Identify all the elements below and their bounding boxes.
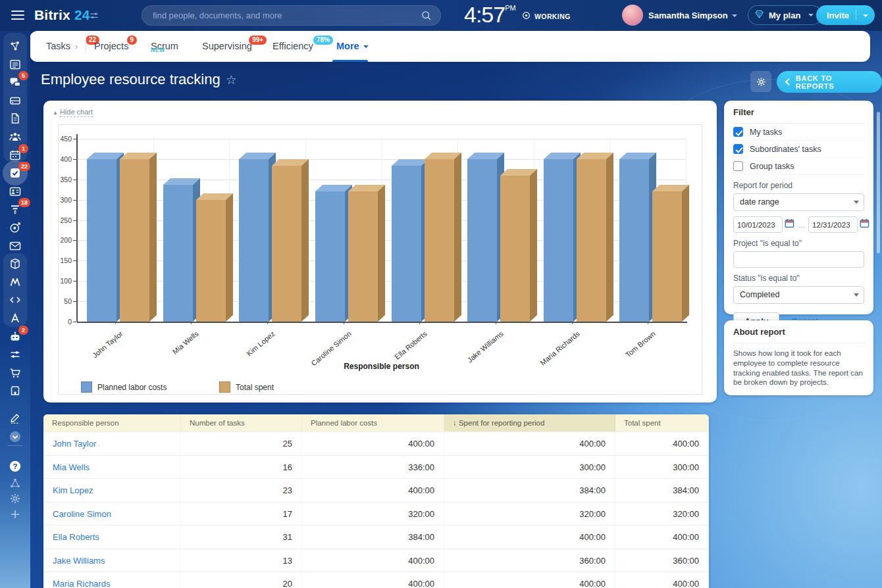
sidebar-item-feed[interactable] [9,58,22,71]
count-badge: 99+ [249,36,267,45]
favorite-star-icon[interactable]: ☆ [226,73,237,87]
sidebar-item-share[interactable] [9,477,22,490]
sidebar-item-automation-a[interactable] [9,312,22,325]
drive-icon [9,94,22,107]
checkbox-group-tasks[interactable]: Group tasks [733,158,864,175]
sidebar-item-cart[interactable] [9,366,22,380]
y-tick-label: 100 [49,277,72,285]
date-from-input[interactable] [733,216,783,233]
value-cell: 400:00 [302,572,444,588]
y-tick-label: 400 [49,155,72,163]
status-select[interactable]: Completed [733,286,864,304]
sidebar-item-marketing-target[interactable] [9,221,22,234]
search-icon[interactable] [421,10,432,24]
tab-projects[interactable]: Projects9 [94,31,128,62]
person-link[interactable]: John Taylor [53,439,96,449]
tab-scrum[interactable]: ScrumNEW [151,31,178,62]
sidebar-item-knowledge-base[interactable] [9,257,22,270]
network-icon [9,39,22,53]
new-tag: NEW [151,35,165,66]
global-search [142,5,441,26]
sidebar-item-calendar[interactable]: 1 [9,149,22,162]
sidebar-item-network[interactable] [9,39,22,53]
work-status[interactable]: WORKING [522,11,571,21]
project-input[interactable] [733,251,864,268]
person-link[interactable]: Caroline Simon [53,509,111,519]
my-plan-button[interactable]: My plan [748,5,822,25]
checkbox-my-tasks[interactable]: My tasks [733,124,864,141]
filter-title: Filter [733,107,864,117]
sidebar-item-tasks[interactable]: 22 [9,166,22,180]
report-settings-button[interactable] [750,71,771,92]
count-badge: 1 [18,144,28,153]
tab-tasks[interactable]: Tasks›22 [46,31,78,62]
planned-bar-caroline-simon [315,191,345,322]
adjust-sliders-icon[interactable] [89,11,99,24]
x-category-label: Tom Brown [600,330,657,380]
sidebar-item-workflows[interactable] [9,348,22,361]
y-tick-label: 0 [49,318,72,326]
user-menu[interactable]: Samantha Simpson [648,11,737,20]
sidebar-item-help[interactable]: ? [9,460,22,473]
spent-bar-tom-brown [652,191,682,322]
value-cell: 17 [181,502,302,526]
checkbox-icon[interactable] [733,144,743,154]
person-link[interactable]: Maria Richards [53,579,110,588]
calendar-picker-icon[interactable] [860,218,869,231]
column-header-spent-for-reporting-period[interactable]: ↓ Spent for reporting period [444,414,615,431]
vertical-scrollbar[interactable] [877,112,880,253]
sidebar-item-collapse[interactable] [9,430,22,443]
date-to-input[interactable] [808,216,858,233]
tab-supervising[interactable]: Supervising99+ [202,31,252,62]
sidebar-item-add[interactable] [9,508,22,521]
value-cell: 360:00 [615,549,709,572]
sidebar-item-market[interactable] [9,276,22,289]
value-cell: 400:00 [444,572,615,588]
sidebar-item-employees[interactable] [9,185,22,198]
sidebar-item-developer[interactable] [9,293,22,306]
person-link[interactable]: Jake Williams [53,556,105,566]
sidebar-item-settings[interactable] [9,492,22,505]
about-report-panel: About report Shows how long it took for … [724,320,873,395]
sidebar-item-workgroups[interactable] [9,130,22,143]
sidebar-item-mail[interactable] [9,239,22,253]
person-link[interactable]: Kim Lopez [53,485,93,495]
sidebar-item-crm-funnel[interactable]: 18 [9,203,22,216]
planned-bar-kim-lopez [239,159,269,322]
tab-efficiency[interactable]: Efficiency78% [272,31,313,62]
planned-bar-jake-williams [467,159,497,322]
search-input[interactable] [153,6,416,25]
sidebar-item-sign[interactable] [9,412,22,425]
person-link[interactable]: Mia Wells [53,462,90,472]
sidebar-item-messenger[interactable]: 5 [9,76,22,89]
avatar[interactable] [622,5,643,26]
checkbox-subordinates-tasks[interactable]: Subordinates' tasks [733,141,864,158]
hide-chart-link[interactable]: ▲Hide chart [53,108,93,116]
status-dot-icon [522,11,531,21]
checkbox-icon[interactable] [733,127,743,137]
back-to-reports-button[interactable]: BACK TO REPORTS [777,71,882,93]
checkbox-icon[interactable] [733,161,743,171]
clock[interactable]: 4:57PM [464,2,516,28]
legend-swatch [81,381,92,393]
logo[interactable]: Bitrix 24 [34,7,90,23]
sidebar-item-copilot[interactable]: 2 [9,330,22,343]
invite-dropdown[interactable] [856,11,875,20]
tab-more[interactable]: More [336,31,369,62]
column-header-planned-labor-costs[interactable]: Planned labor costs [302,414,444,431]
column-header-total-spent[interactable]: Total spent [615,414,709,431]
period-type-select[interactable]: date range [733,193,864,211]
sidebar-item-store[interactable] [9,384,22,397]
column-header-number-of-tasks[interactable]: Number of tasks [181,414,302,431]
column-header-responsible-person[interactable]: Responsible person [43,414,181,431]
spent-bar-caroline-simon [348,191,378,322]
invite-button[interactable]: Invite [816,5,875,25]
person-link[interactable]: Ella Roberts [53,532,99,542]
menu-icon[interactable] [11,11,24,20]
sidebar-item-drive[interactable] [9,94,22,107]
sidebar-divider [8,445,22,446]
sidebar-item-documents[interactable] [9,112,22,125]
page-title: Employee resource tracking☆ [41,71,237,88]
calendar-picker-icon[interactable] [785,218,794,231]
value-cell: 384:00 [615,479,709,502]
